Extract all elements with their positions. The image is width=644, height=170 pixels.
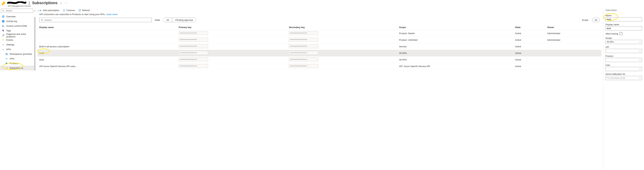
masked-key[interactable]: •••••••••••••••••••••• xyxy=(289,58,318,61)
scrollbar[interactable] xyxy=(34,17,36,71)
cell-owner xyxy=(546,63,602,70)
add-subscription-button[interactable]: Add subscription xyxy=(39,9,59,12)
panel-name-input[interactable] xyxy=(606,17,642,22)
sidebar-item-label: Activity log xyxy=(6,20,17,23)
svg-point-26 xyxy=(41,19,42,21)
sidebar-search[interactable] xyxy=(1,9,33,13)
svg-point-17 xyxy=(7,58,8,59)
table-row[interactable]: ••••••••••••••••••••••••••••••••••••••••… xyxy=(38,30,602,37)
col-display-name[interactable]: Display name xyxy=(38,25,177,30)
table-row[interactable]: test1•••••••••••••••••••••••••••••••••••… xyxy=(38,50,602,57)
sidebar-menu: Overview Activity log Access control (IA… xyxy=(0,14,34,70)
sidebar-item-events[interactable]: Events xyxy=(0,38,34,42)
table-search-input[interactable] xyxy=(44,19,150,22)
refresh-button[interactable]: Refresh xyxy=(78,9,90,12)
cell-state: Active xyxy=(513,50,546,57)
columns-label: Columns xyxy=(66,9,75,12)
panel-scope-select[interactable]: All APIs xyxy=(606,40,642,44)
cell-display-name xyxy=(38,37,177,43)
svg-point-0 xyxy=(2,10,4,12)
col-state[interactable]: State xyxy=(513,25,546,30)
sidebar-item-apis[interactable]: APIs xyxy=(0,56,34,61)
activity-log-icon xyxy=(2,20,4,23)
table-row[interactable]: Built-in all-access subscription••••••••… xyxy=(38,43,602,50)
panel-user-select[interactable] xyxy=(606,67,642,71)
panel-allow-tracing-checkbox[interactable] xyxy=(620,32,622,35)
sidebar-item-apis-group[interactable]: APIs xyxy=(0,47,34,52)
more-actions-icon[interactable]: ⋯ xyxy=(65,2,68,5)
masked-key[interactable]: •••••••••••••••••••••• xyxy=(289,51,318,55)
sidebar-item-label: Tags xyxy=(6,29,11,32)
panel-api-select[interactable] xyxy=(606,49,642,53)
masked-key[interactable]: •••••••••••••••••••••• xyxy=(179,64,208,68)
cell-key: •••••••••••••••••••••• xyxy=(177,30,287,37)
panel-notify-label: Send notification for xyxy=(606,73,642,75)
sidebar-item-diagnose[interactable]: Diagnose and solve problems xyxy=(0,33,34,38)
col-scope[interactable]: Scope xyxy=(398,25,514,30)
panel-displayname-input[interactable] xyxy=(606,26,642,31)
masked-key[interactable]: •••••••••••••••••••••• xyxy=(289,44,318,48)
masked-key[interactable]: •••••••••••••••••••••• xyxy=(179,31,208,35)
sidebar-item-label: Access control (IAM) xyxy=(6,25,27,27)
redacted-resource-name xyxy=(7,2,26,5)
table-row[interactable]: API Azure OpenAI Service API subs…••••••… xyxy=(38,63,602,70)
subscriptions-table: Display name Primary key Secondary key S… xyxy=(38,25,602,70)
learn-more-link[interactable]: Learn more xyxy=(106,13,118,16)
sidebar-item-label: Subscriptions xyxy=(10,67,23,69)
panel-product-label: Product xyxy=(606,55,642,57)
sidebar-item-activity-log[interactable]: Activity log xyxy=(0,19,34,24)
sidebar-item-overview[interactable]: Overview xyxy=(0,14,34,19)
tag-icon xyxy=(2,29,4,32)
sidebar-expand-icon[interactable] xyxy=(34,9,36,12)
state-pill-all[interactable]: All xyxy=(163,18,172,22)
sidebar-search-input[interactable] xyxy=(5,9,32,12)
masked-key[interactable]: •••••••••••••••••••••• xyxy=(289,64,318,68)
globe-icon xyxy=(2,15,4,18)
col-owner[interactable]: Owner xyxy=(546,25,602,30)
masked-key[interactable]: •••••••••••••••••••••• xyxy=(179,51,208,55)
sidebar-item-tags[interactable]: Tags xyxy=(0,28,34,33)
cell-key: •••••••••••••••••••••• xyxy=(287,63,397,70)
chevron-down-icon xyxy=(639,41,641,43)
favorite-star-icon[interactable]: ☆ xyxy=(60,2,62,5)
sidebar-item-label: Products xyxy=(10,62,18,65)
page-header: | Subscriptions ☆ ⋯ API Management servi… xyxy=(0,0,644,8)
scope-pill-all[interactable]: All xyxy=(592,18,600,22)
table-row[interactable]: ••••••••••••••••••••••••••••••••••••••••… xyxy=(38,37,602,43)
info-text: API consumers can subscribe to Products … xyxy=(38,13,602,17)
col-secondary-key[interactable]: Secondary key xyxy=(287,25,397,30)
table-row[interactable]: test2•••••••••••••••••••••••••••••••••••… xyxy=(38,57,602,63)
state-pill-pending[interactable]: Pending approval xyxy=(172,18,196,22)
filter-row: State All Pending approval Scope All xyxy=(38,17,602,24)
cell-key: •••••••••••••••••••••• xyxy=(177,43,287,50)
masked-key[interactable]: •••••••••••••••••••••• xyxy=(179,58,208,61)
sidebar-item-iam[interactable]: Access control (IAM) xyxy=(0,24,34,28)
cell-owner: Administrator xyxy=(546,37,602,43)
panel-product-select[interactable] xyxy=(606,58,642,62)
sidebar-item-workspaces[interactable]: Workspaces (preview) xyxy=(0,52,34,56)
table-search[interactable] xyxy=(39,18,152,22)
add-subscription-label: Add subscription xyxy=(43,9,59,12)
key-icon xyxy=(2,1,6,6)
sidebar-item-products[interactable]: Products xyxy=(0,61,34,66)
chevron-down-icon xyxy=(639,50,641,52)
columns-button[interactable]: Columns xyxy=(63,9,75,12)
panel-api-label: API xyxy=(606,46,642,48)
scope-filter-label: Scope xyxy=(582,19,588,21)
svg-line-1 xyxy=(4,11,4,12)
cell-display-name xyxy=(38,30,177,37)
chevron-down-icon xyxy=(2,48,4,51)
panel-notify-select[interactable]: For developer portal xyxy=(606,76,642,80)
col-primary-key[interactable]: Primary key xyxy=(177,25,287,30)
sidebar-item-subscriptions[interactable]: Subscriptions xyxy=(0,66,34,70)
masked-key[interactable]: •••••••••••••••••••••• xyxy=(179,38,208,42)
masked-key[interactable]: •••••••••••••••••••••• xyxy=(179,44,208,48)
sidebar-item-label: Workspaces (preview) xyxy=(10,53,32,55)
sidebar-item-settings[interactable]: Settings xyxy=(0,42,34,47)
state-filter-pills: All Pending approval xyxy=(163,18,196,22)
api-icon xyxy=(5,57,8,60)
masked-key[interactable]: •••••••••••••••••••••• xyxy=(289,38,318,42)
cell-owner xyxy=(546,50,602,57)
sidebar-item-label: Settings xyxy=(6,43,14,46)
masked-key[interactable]: •••••••••••••••••••••• xyxy=(289,31,318,35)
